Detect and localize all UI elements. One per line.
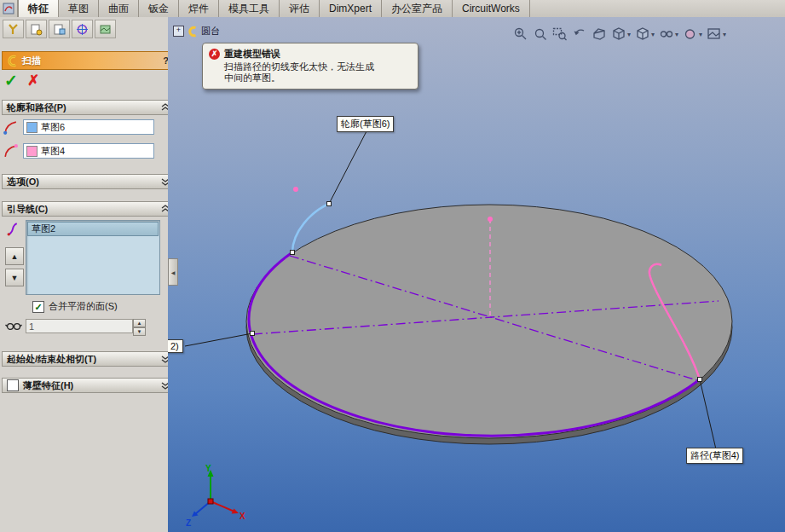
display-style-icon[interactable]: ▾ (634, 26, 655, 43)
error-text-line1: 扫描路径的切线变化太快，无法生成 (224, 61, 412, 72)
section-options[interactable]: 选项(O) (2, 174, 175, 189)
sweep-feature-icon (187, 26, 199, 38)
move-up-button[interactable]: ▲ (5, 247, 24, 265)
triad-x-label: X (240, 512, 245, 521)
profile-row: 草图6 (3, 118, 154, 136)
tree-expand-icon[interactable]: + (173, 26, 184, 37)
section-guide-curves-label: 引导线(C) (7, 203, 48, 216)
tab-evaluate[interactable]: 评估 (280, 0, 320, 17)
tab-circuitworks[interactable]: CircuitWorks (453, 0, 530, 17)
callout-leader (185, 333, 252, 346)
sweep-title-bar: 扫描 ? (2, 51, 173, 70)
caret-down-icon: ▾ (627, 31, 631, 38)
graphics-viewport[interactable]: + 圆台 ✗ 重建模型错误 扫描路径的切线变化太快，无法生成 中间的草图。 ▾ … (168, 17, 785, 532)
dimxpertmanager-tab-icon[interactable] (72, 20, 93, 38)
solidworks-window: 特征 草图 曲面 钣金 焊件 模具工具 评估 DimXpert 办公室产品 Ci… (0, 0, 785, 532)
ribbon-tab-bar: 特征 草图 曲面 钣金 焊件 模具工具 评估 DimXpert 办公室产品 Ci… (0, 0, 785, 18)
path-field[interactable]: 草图4 (23, 143, 154, 159)
error-icon: ✗ (209, 49, 220, 60)
guide-list-item[interactable]: 草图2 (27, 222, 159, 236)
collapse-left-icon: ◀ (171, 269, 176, 275)
section-options-label: 选项(O) (7, 176, 39, 188)
sketch-color-chip (26, 122, 38, 133)
edit-appearance-icon[interactable]: ▾ (682, 26, 703, 43)
tab-features[interactable]: 特征 (18, 0, 59, 17)
app-icon[interactable] (0, 0, 18, 17)
section-profile-path-label: 轮廓和路径(P) (7, 101, 66, 114)
ok-button[interactable]: ✓ (4, 71, 18, 90)
sweep-path-icon (3, 143, 19, 159)
profile-field[interactable]: 草图6 (23, 119, 154, 135)
hide-show-items-icon[interactable]: ▾ (658, 26, 679, 43)
endpoint-handle[interactable] (251, 332, 255, 336)
zoom-to-area-icon[interactable] (551, 26, 569, 43)
up-arrow-icon: ▲ (11, 252, 19, 261)
section-thin-feature-label: 薄壁特征(H) (23, 379, 73, 392)
guide-curve-icon (5, 221, 21, 237)
section-thin-feature[interactable]: 薄壁特征(H) (2, 378, 175, 393)
sketch-point[interactable] (488, 217, 493, 222)
configurationmanager-tab-icon[interactable] (49, 20, 70, 38)
path-row: 草图4 (3, 142, 154, 160)
propertymanager-tab-icon[interactable] (26, 20, 47, 38)
tab-sketch[interactable]: 草图 (59, 0, 99, 17)
callout-leader (329, 130, 367, 204)
section-count-input[interactable] (26, 319, 133, 333)
spin-down-button[interactable]: ▼ (133, 327, 146, 336)
guide-curves-list[interactable]: 草图2 (26, 220, 160, 295)
section-view-icon[interactable] (591, 26, 608, 43)
manager-tab-strip (3, 20, 116, 38)
endpoint-handle[interactable] (291, 251, 295, 255)
apply-scene-icon[interactable]: ▾ (706, 26, 727, 43)
down-arrow-icon: ▼ (11, 274, 19, 282)
merge-smooth-faces-checkbox[interactable]: ✓ (32, 301, 44, 313)
triad-y-label: Y (205, 464, 211, 473)
panel-collapse-handle[interactable]: ◀ (168, 258, 178, 286)
featuremanager-tab-icon[interactable] (3, 20, 24, 38)
section-tangency-label: 起始处/结束处相切(T) (7, 353, 96, 366)
error-title: 重建模型错误 (224, 48, 280, 61)
caret-down-icon: ▾ (723, 31, 726, 38)
check-icon: ✓ (34, 303, 42, 311)
section-profile-path[interactable]: 轮廓和路径(P) (2, 100, 175, 115)
sketch-point[interactable] (293, 187, 298, 192)
section-guide-curves[interactable]: 引导线(C) (2, 201, 175, 217)
callout-guide-clipped[interactable]: 2) (168, 339, 183, 353)
section-start-end-tangency[interactable]: 起始处/结束处相切(T) (2, 351, 175, 367)
thin-feature-checkbox[interactable] (7, 379, 19, 391)
property-manager-panel: 扫描 ? ✓ ✗ 轮廓和路径(P) 草图6 草图4 (0, 17, 169, 532)
confirm-row: ✓ ✗ (4, 70, 39, 90)
caret-down-icon: ▾ (675, 31, 678, 38)
endpoint-handle[interactable] (327, 202, 332, 206)
zoom-to-fit-icon[interactable] (532, 26, 549, 43)
triad-z-label: Z (186, 518, 191, 528)
cancel-button[interactable]: ✗ (27, 72, 39, 90)
spinner: ▲ ▼ (133, 319, 146, 336)
tab-mold-tools[interactable]: 模具工具 (219, 0, 280, 17)
sketch-color-chip (26, 146, 38, 157)
error-text-line2: 中间的草图。 (224, 72, 412, 84)
sweep-profile-icon (3, 119, 19, 136)
view-orientation-icon[interactable]: ▾ (610, 26, 632, 43)
sweep-icon (6, 55, 19, 67)
zoom-in-icon[interactable] (512, 26, 529, 43)
callout-profile[interactable]: 轮廓(草图6) (337, 116, 394, 132)
tab-weldments[interactable]: 焊件 (179, 0, 219, 17)
tab-surfaces[interactable]: 曲面 (99, 0, 139, 17)
merge-smooth-faces-label: 合并平滑的面(S) (49, 300, 118, 313)
heads-up-toolbar: ▾ ▾ ▾ ▾ ▾ (512, 26, 727, 43)
rebuild-error-tooltip: ✗ 重建模型错误 扫描路径的切线变化太快，无法生成 中间的草图。 (202, 43, 418, 90)
panel-title: 扫描 (22, 55, 41, 67)
endpoint-handle[interactable] (698, 378, 702, 382)
spin-up-button[interactable]: ▲ (133, 319, 146, 327)
flyout-tree-item[interactable]: + 圆台 (173, 25, 220, 38)
callout-leader (700, 379, 716, 449)
displaymanager-tab-icon[interactable] (95, 20, 116, 38)
tab-sheet-metal[interactable]: 钣金 (139, 0, 179, 17)
tab-dimxpert[interactable]: DimXpert (320, 0, 382, 17)
tab-office-products[interactable]: 办公室产品 (382, 0, 453, 17)
move-down-button[interactable]: ▼ (5, 269, 24, 286)
previous-view-icon[interactable] (571, 26, 588, 43)
callout-path[interactable]: 路径(草图4) (686, 448, 743, 464)
tree-item-label: 圆台 (201, 25, 220, 38)
